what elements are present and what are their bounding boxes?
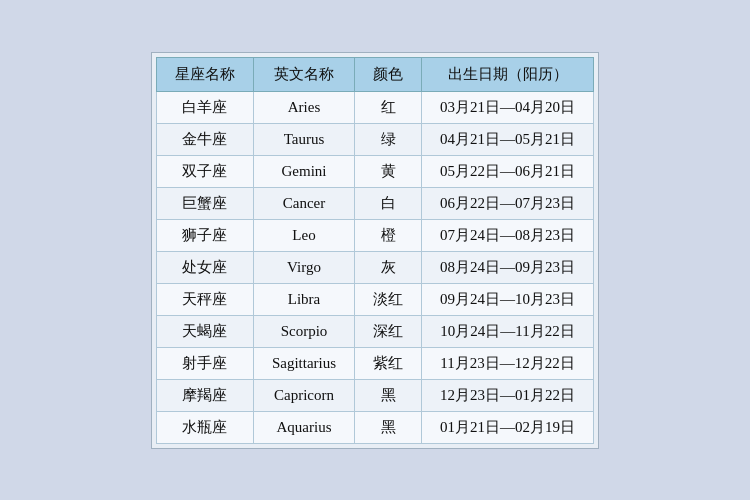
header-dates: 出生日期（阳历） (422, 57, 594, 91)
cell-chinese: 金牛座 (156, 123, 253, 155)
cell-color: 橙 (355, 219, 422, 251)
cell-english: Aquarius (253, 411, 354, 443)
table-row: 摩羯座Capricorn黑12月23日—01月22日 (156, 379, 593, 411)
cell-chinese: 巨蟹座 (156, 187, 253, 219)
cell-color: 黑 (355, 411, 422, 443)
header-chinese-name: 星座名称 (156, 57, 253, 91)
table-row: 白羊座Aries红03月21日—04月20日 (156, 91, 593, 123)
cell-dates: 01月21日—02月19日 (422, 411, 594, 443)
table-row: 射手座Sagittarius紫红11月23日—12月22日 (156, 347, 593, 379)
cell-dates: 12月23日—01月22日 (422, 379, 594, 411)
cell-color: 黑 (355, 379, 422, 411)
table-header-row: 星座名称 英文名称 颜色 出生日期（阳历） (156, 57, 593, 91)
cell-english: Leo (253, 219, 354, 251)
cell-dates: 06月22日—07月23日 (422, 187, 594, 219)
table-row: 天蝎座Scorpio深红10月24日—11月22日 (156, 315, 593, 347)
cell-color: 白 (355, 187, 422, 219)
table-row: 双子座Gemini黄05月22日—06月21日 (156, 155, 593, 187)
cell-english: Virgo (253, 251, 354, 283)
cell-color: 紫红 (355, 347, 422, 379)
table-row: 金牛座Taurus绿04月21日—05月21日 (156, 123, 593, 155)
cell-dates: 09月24日—10月23日 (422, 283, 594, 315)
table-row: 巨蟹座Cancer白06月22日—07月23日 (156, 187, 593, 219)
table-row: 天秤座Libra淡红09月24日—10月23日 (156, 283, 593, 315)
cell-chinese: 处女座 (156, 251, 253, 283)
cell-english: Scorpio (253, 315, 354, 347)
cell-color: 绿 (355, 123, 422, 155)
zodiac-table: 星座名称 英文名称 颜色 出生日期（阳历） 白羊座Aries红03月21日—04… (156, 57, 594, 444)
cell-dates: 04月21日—05月21日 (422, 123, 594, 155)
cell-english: Libra (253, 283, 354, 315)
cell-dates: 03月21日—04月20日 (422, 91, 594, 123)
cell-dates: 11月23日—12月22日 (422, 347, 594, 379)
cell-english: Aries (253, 91, 354, 123)
cell-english: Taurus (253, 123, 354, 155)
cell-chinese: 水瓶座 (156, 411, 253, 443)
cell-chinese: 狮子座 (156, 219, 253, 251)
cell-color: 深红 (355, 315, 422, 347)
table-row: 处女座Virgo灰08月24日—09月23日 (156, 251, 593, 283)
cell-chinese: 摩羯座 (156, 379, 253, 411)
cell-english: Capricorn (253, 379, 354, 411)
cell-chinese: 射手座 (156, 347, 253, 379)
cell-color: 淡红 (355, 283, 422, 315)
header-english-name: 英文名称 (253, 57, 354, 91)
cell-color: 灰 (355, 251, 422, 283)
cell-color: 红 (355, 91, 422, 123)
cell-chinese: 白羊座 (156, 91, 253, 123)
cell-english: Sagittarius (253, 347, 354, 379)
zodiac-table-container: 星座名称 英文名称 颜色 出生日期（阳历） 白羊座Aries红03月21日—04… (151, 52, 599, 449)
table-body: 白羊座Aries红03月21日—04月20日金牛座Taurus绿04月21日—0… (156, 91, 593, 443)
cell-english: Cancer (253, 187, 354, 219)
cell-dates: 05月22日—06月21日 (422, 155, 594, 187)
cell-chinese: 天蝎座 (156, 315, 253, 347)
cell-dates: 07月24日—08月23日 (422, 219, 594, 251)
cell-color: 黄 (355, 155, 422, 187)
cell-chinese: 双子座 (156, 155, 253, 187)
cell-chinese: 天秤座 (156, 283, 253, 315)
cell-english: Gemini (253, 155, 354, 187)
cell-dates: 10月24日—11月22日 (422, 315, 594, 347)
table-row: 狮子座Leo橙07月24日—08月23日 (156, 219, 593, 251)
cell-dates: 08月24日—09月23日 (422, 251, 594, 283)
table-row: 水瓶座Aquarius黑01月21日—02月19日 (156, 411, 593, 443)
header-color: 颜色 (355, 57, 422, 91)
